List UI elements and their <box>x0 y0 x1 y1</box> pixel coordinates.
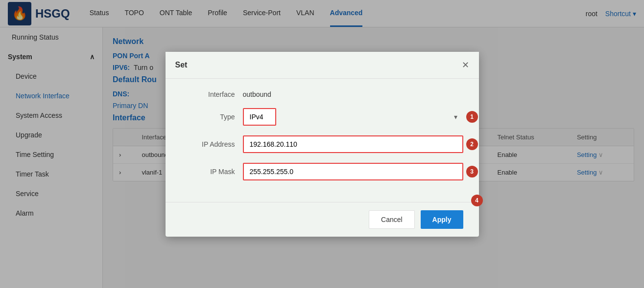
modal-footer: Cancel Apply 4 <box>166 202 479 237</box>
ip-address-form-label: IP Address <box>181 140 235 148</box>
step-1-label: 1 <box>470 113 474 120</box>
type-form-row: Type IPv4 IPv6 DHCP 1 <box>181 108 463 126</box>
type-select[interactable]: IPv4 IPv6 DHCP <box>243 108 276 126</box>
modal-title: Set <box>175 61 188 69</box>
type-form-label: Type <box>181 113 235 121</box>
ip-address-input[interactable] <box>243 135 463 153</box>
step-3-label: 3 <box>470 168 474 175</box>
modal-body: Interface outbound Type IPv4 IPv6 DHCP 1 <box>166 79 479 202</box>
step-2-label: 2 <box>470 141 474 148</box>
cancel-button[interactable]: Cancel <box>369 210 415 229</box>
apply-button[interactable]: Apply <box>421 210 463 229</box>
step-badge-2: 2 <box>466 138 478 150</box>
type-select-wrapper: IPv4 IPv6 DHCP <box>243 108 463 126</box>
interface-form-label: Interface <box>181 90 235 98</box>
modal-overlay[interactable]: Set ✕ Interface outbound Type IPv4 IPv6 … <box>0 0 644 288</box>
modal-header: Set ✕ <box>166 52 479 79</box>
step-badge-3: 3 <box>466 166 478 177</box>
set-modal: Set ✕ Interface outbound Type IPv4 IPv6 … <box>166 52 479 237</box>
ip-address-form-row: IP Address 2 <box>181 135 463 153</box>
step-badge-1: 1 <box>466 111 478 123</box>
ip-mask-form-label: IP Mask <box>181 168 235 176</box>
step-4-label: 4 <box>475 197 478 204</box>
modal-close-button[interactable]: ✕ <box>462 60 469 70</box>
step-badge-4: 4 <box>471 195 483 206</box>
ip-mask-form-row: IP Mask 3 <box>181 163 463 180</box>
ip-mask-input[interactable] <box>243 163 463 180</box>
interface-form-value: outbound <box>243 90 271 98</box>
interface-form-row: Interface outbound <box>181 90 463 98</box>
